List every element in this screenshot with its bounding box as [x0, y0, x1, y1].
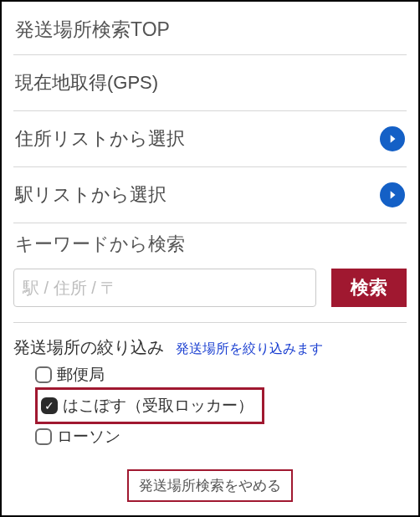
filter-option-label: ローソン [57, 426, 120, 448]
checkbox-icon [35, 366, 52, 383]
filter-head: 発送場所の絞り込み 発送場所を絞り込みます [13, 336, 407, 359]
filter-option-lawson[interactable]: ローソン [35, 424, 407, 449]
highlight-hakoposu: ✓ はこぽす（受取ロッカー） [35, 387, 264, 424]
cancel-search-button[interactable]: 発送場所検索をやめる [127, 469, 293, 502]
nav-address-list[interactable]: 住所リストから選択 [13, 111, 407, 167]
filter-option-label: 郵便局 [57, 364, 105, 386]
filter-option-post-office[interactable]: 郵便局 [35, 362, 407, 387]
chevron-right-icon [380, 182, 405, 207]
filter-note: 発送場所を絞り込みます [176, 340, 323, 358]
keyword-input[interactable] [13, 269, 316, 307]
nav-station-list[interactable]: 駅リストから選択 [13, 167, 407, 223]
search-button[interactable]: 検索 [331, 269, 407, 307]
filter-title: 発送場所の絞り込み [13, 336, 164, 359]
nav-address-list-label: 住所リストから選択 [15, 126, 185, 151]
keyword-search-row: 検索 [13, 267, 407, 323]
cancel-wrap: 発送場所検索をやめる [13, 449, 407, 502]
filter-options: 郵便局 ✓ はこぽす（受取ロッカー） ローソン [13, 359, 407, 449]
page-title: 発送場所検索TOP [15, 17, 405, 43]
checkbox-icon [35, 428, 52, 445]
filter-block: 発送場所の絞り込み 発送場所を絞り込みます 郵便局 ✓ はこぽす（受取ロッカー）… [13, 323, 407, 449]
nav-gps[interactable]: 現在地取得(GPS) [13, 55, 407, 111]
chevron-right-icon [380, 126, 405, 151]
checkbox-checked-icon: ✓ [41, 397, 58, 414]
page-title-row: 発送場所検索TOP [13, 8, 407, 55]
nav-gps-label: 現在地取得(GPS) [15, 70, 158, 95]
filter-option-hakoposu[interactable]: ✓ はこぽす（受取ロッカー） [41, 393, 254, 418]
filter-option-label: はこぽす（受取ロッカー） [63, 395, 254, 417]
nav-station-list-label: 駅リストから選択 [15, 182, 166, 207]
keyword-heading: キーワードから検索 [13, 223, 407, 267]
